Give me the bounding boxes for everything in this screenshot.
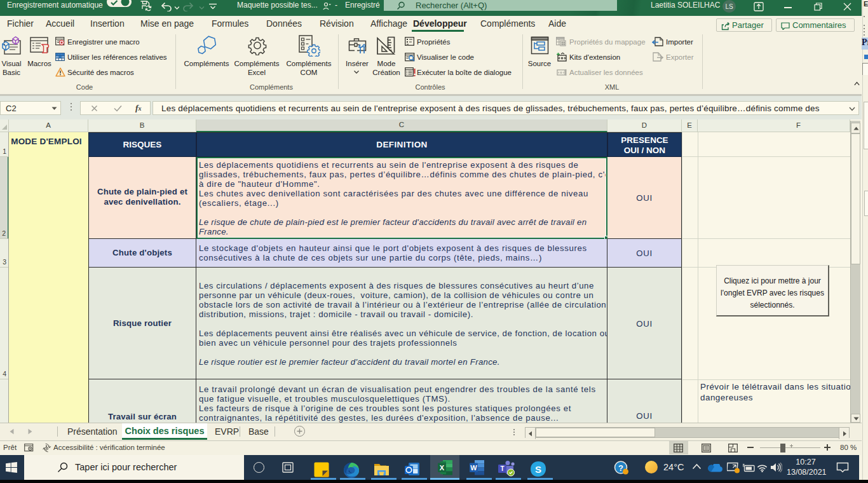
svg-text:?: ? (618, 463, 623, 473)
svg-text:W: W (470, 464, 477, 472)
svg-text:X: X (440, 464, 445, 472)
svg-text:T: T (500, 465, 504, 472)
svg-text:S: S (535, 464, 541, 475)
